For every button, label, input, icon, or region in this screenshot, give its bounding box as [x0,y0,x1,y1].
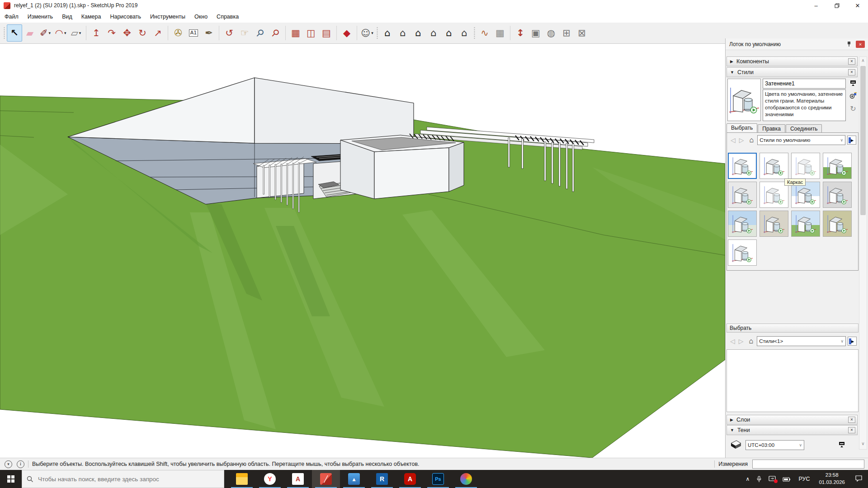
view-right-button[interactable]: ⌂ [426,24,441,42]
extension-warehouse-button[interactable]: ◫ [303,24,319,42]
menu-help[interactable]: Справка [212,14,243,20]
user-dropdown-icon[interactable]: ▾ [371,31,373,35]
menu-camera[interactable]: Камера [77,14,106,20]
style-thumbnail[interactable] [760,211,788,237]
taskbar-app-acrobat[interactable]: A [396,470,424,488]
view-top-button[interactable]: ⌂ [395,24,410,42]
text-tool-button[interactable]: A1 [186,24,201,42]
shadows-section-header[interactable]: ▼ Тени × [726,425,858,435]
pan-tool-button[interactable]: ☞ [237,24,252,42]
line-tool-dropdown-icon[interactable]: ▾ [49,31,51,35]
secondary-style-dropdown[interactable]: Стили<1> ∨ [757,336,846,346]
layers-close-button[interactable]: × [848,417,855,423]
taskbar-app-photos[interactable]: ▴ [340,470,368,488]
style-thumbnail[interactable] [760,153,788,179]
taskbar-app-photoshop[interactable]: Ps [424,470,452,488]
scroll-up-icon[interactable]: ∧ [859,58,867,65]
style-thumbnail[interactable] [823,211,852,237]
style-thumbnail[interactable] [728,211,757,237]
minimize-button[interactable]: – [806,0,826,11]
zoom-tool-button[interactable]: ⚲ [252,24,268,42]
scale-tool-button[interactable]: ↗ [150,24,165,42]
nav-forward-icon[interactable]: ▷ [739,338,744,345]
geolocation-icon[interactable]: ▾ [5,460,12,468]
user-account-button[interactable]: ☺▾ [359,24,375,42]
layers-section-header[interactable]: ▶ Слои × [726,415,858,425]
nav-forward-icon[interactable]: ▷ [739,136,744,144]
terrain-from-scratch-button[interactable]: ▦ [492,24,508,42]
rectangle-tool-dropdown-icon[interactable]: ▾ [79,31,81,35]
ruby-console-button[interactable]: ◆ [339,24,354,42]
tray-chevron-up-icon[interactable]: ∧ [746,476,750,482]
style-thumbnail[interactable] [823,182,852,208]
style-collection-dropdown[interactable]: Стили по умолчанию ∨ [757,135,845,145]
select-tool-button[interactable]: ↖ [7,24,22,42]
start-button[interactable] [0,470,22,488]
style-thumbnail-wireframe[interactable] [791,153,820,179]
eraser-tool-button[interactable]: ▰ [22,24,38,42]
home-icon[interactable]: ⌂ [749,337,754,345]
rectangle-tool-button[interactable]: ▱▾ [68,24,84,42]
timezone-dropdown[interactable]: UTC+03:00 ∨ [745,440,804,450]
taskbar-app-explorer[interactable] [228,470,256,488]
components-section-header[interactable]: ▶ Компоненты × [726,56,858,66]
measurements-input[interactable] [752,460,864,469]
battery-icon[interactable] [783,477,791,482]
menu-view[interactable]: Вид [57,14,77,20]
style-thumbnail[interactable] [791,211,820,237]
tray-scrollbar[interactable]: ∧ ∨ [859,56,867,450]
taskbar-search[interactable] [22,470,224,488]
shadows-close-button[interactable]: × [848,427,855,433]
menu-file[interactable]: Файл [0,14,23,20]
scrollbar-thumb[interactable] [860,66,866,215]
styles-section-header[interactable]: ▼ Стили × [726,67,858,77]
tab-mix[interactable]: Соединить [786,124,822,133]
action-center-icon[interactable] [855,475,863,483]
smoove-tool-button[interactable]: ↕ [513,24,528,42]
view-front-button[interactable]: ⌂ [410,24,426,42]
menu-edit[interactable]: Изменить [23,14,57,20]
tab-edit[interactable]: Правка [758,124,785,133]
arc-tool-dropdown-icon[interactable]: ▾ [64,31,66,35]
taskbar-app-autocad[interactable]: A [284,470,312,488]
microphone-icon[interactable] [756,476,762,483]
style-name-input[interactable] [763,79,846,89]
menu-draw[interactable]: Нарисовать [105,14,146,20]
taskbar-app-yandex[interactable]: Y [256,470,284,488]
line-tool-button[interactable]: ✐▾ [38,24,53,42]
taskbar-clock[interactable]: 23:58 01.03.2026 [819,472,845,486]
tab-select[interactable]: Выбрать [726,123,757,133]
layout-button[interactable]: ▦ [288,24,303,42]
orbit-tool-button[interactable]: ↺ [222,24,237,42]
shadows-pane-toggle-icon[interactable] [839,441,845,449]
drape-tool-button[interactable]: ◍ [543,24,559,42]
help-info-icon[interactable]: i [17,460,24,468]
view-left-button[interactable]: ⌂ [457,24,472,42]
move-tool-button[interactable]: ✥ [119,24,135,42]
stamp-tool-button[interactable]: ▣ [528,24,543,42]
details-arrow-button[interactable]: ▶ [847,136,856,145]
terrain-from-contours-button[interactable]: ∿ [477,24,492,42]
display-sync-icon[interactable] [769,476,776,482]
toolbar-drag-handle[interactable] [3,26,5,40]
style-thumbnail[interactable] [728,182,757,208]
style-description[interactable]: Цвета по умолчанию, затенение стиля гран… [763,89,846,121]
taskbar-app-revit[interactable]: R [368,470,396,488]
search-input[interactable] [38,476,210,483]
view-back-button[interactable]: ⌂ [441,24,457,42]
close-button[interactable]: ✕ [847,0,868,11]
style-thumbnail[interactable] [728,239,757,266]
nav-back-icon[interactable]: ◁ [730,338,735,345]
flip-edge-button[interactable]: ⊠ [574,24,590,42]
home-icon[interactable]: ⌂ [750,136,754,144]
viewport-3d[interactable] [0,44,725,458]
styles-close-button[interactable]: × [848,69,855,75]
taskbar-app-sketchup[interactable]: ╱ [312,470,340,488]
paint-bucket-button[interactable]: ✒ [201,24,217,42]
sandbox-toolbar-handle[interactable] [473,26,476,40]
language-indicator[interactable]: РУС [798,476,810,482]
tray-close-button[interactable]: × [856,41,865,48]
create-new-style-icon[interactable] [849,92,857,99]
secondary-pane-toggle-icon[interactable] [850,80,856,86]
style-thumbnail-shaded[interactable] [728,153,757,179]
